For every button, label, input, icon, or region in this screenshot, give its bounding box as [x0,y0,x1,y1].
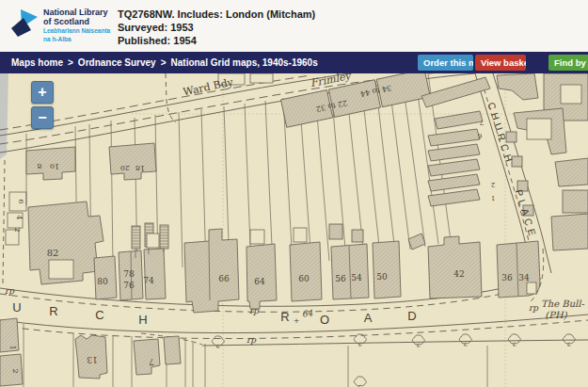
zoom-out-button[interactable]: − [31,106,54,129]
breadcrumb-separator: > [63,57,78,68]
breadcrumb: Maps home>Ordnance Survey>National Grid … [11,52,318,73]
map-label: C [95,308,103,322]
breadcrumb-ordnance-survey[interactable]: Ordnance Survey [78,57,156,68]
header: National Library of Scotland Leabharlann… [0,0,588,52]
view-basket-button[interactable]: View basket [475,55,526,71]
map-label: 2 [13,227,22,232]
map-label: 6 [477,132,482,139]
map-label: U [12,300,21,314]
logo-name-line1: National Library [43,8,110,17]
map-label: rp [246,335,257,345]
zoom-controls: + − [31,81,54,132]
nls-logo-text: National Library of Scotland Leabharlann… [43,8,110,43]
map-label: rp [529,303,539,313]
map-label: rp [5,286,15,296]
map-label: rp [249,306,260,315]
nls-logo-icon [9,8,41,45]
map-label: 18 [135,164,145,172]
map-label: 56 [335,274,346,283]
map-label: 80 [97,277,108,286]
map-sheet-title: TQ2768NW. Includes: London (Mitcham) [118,8,315,21]
breadcrumb-maps-home[interactable]: Maps home [11,57,63,68]
map-title-block: TQ2768NW. Includes: London (Mitcham) Sur… [118,8,315,47]
map-canvas[interactable]: + − [0,73,588,387]
map-label: 60 [298,274,310,283]
map-label: 1 [8,345,17,349]
map-label: The Bull- [541,298,584,309]
find-by-place-button[interactable]: Find by place [548,55,588,71]
map-label: D [407,309,416,323]
breadcrumb-separator: > [156,57,171,68]
map-surveyed: Surveyed: 1953 [118,21,315,34]
map-label: 2 [11,368,20,373]
map-label: 34 [518,273,530,282]
logo-gaelic-line2: na h-Alba [43,36,110,43]
map-label: 8 [37,162,41,170]
map-label: R [280,310,289,324]
map-label: H [138,313,147,327]
map-label: 7 [149,357,154,366]
map-label: 54 [351,273,362,282]
map-label: 82 [47,248,59,258]
map-label: (PH) [545,310,567,320]
map-label: 2 [491,181,495,188]
map-svg: CHURCH PLACE Ward BdyFrimley22 to 3234 t… [0,73,588,387]
map-label: 36 [501,273,513,282]
map-label: 4 [15,215,24,219]
order-this-map-button[interactable]: Order this map [418,55,473,71]
map-label: 7 [480,119,484,126]
map-label: 42 [453,269,464,279]
logo-name-line2: of Scotland [43,17,110,26]
map-label: 50 [376,272,388,282]
nls-logo[interactable]: National Library of Scotland Leabharlann… [9,6,113,47]
map-label: 66 [218,274,230,283]
map-label: A [364,311,373,325]
map-label: O [320,313,329,327]
map-label: + [294,316,300,325]
map-label: 74 [143,276,154,285]
map-label: 10 [50,162,59,170]
zoom-in-button[interactable]: + [31,81,54,104]
map-published: Published: 1954 [118,34,315,47]
breadcrumb-national-grid-maps[interactable]: National Grid maps, 1940s-1960s [171,57,318,68]
map-label: 1 [491,194,495,202]
map-label: 13 [87,355,98,364]
map-label: 76 [123,281,135,290]
logo-gaelic-line1: Leabharlann Nàiseanta [43,27,110,35]
map-label: 20 [120,164,130,172]
map-label: 64 [254,277,265,286]
map-label: 78 [123,269,135,279]
map-label: R [49,304,57,318]
navbar: Maps home>Ordnance Survey>National Grid … [0,52,588,73]
page: National Library of Scotland Leabharlann… [0,0,588,387]
map-label: 64 [301,308,313,319]
map-label: 6 [17,199,25,203]
